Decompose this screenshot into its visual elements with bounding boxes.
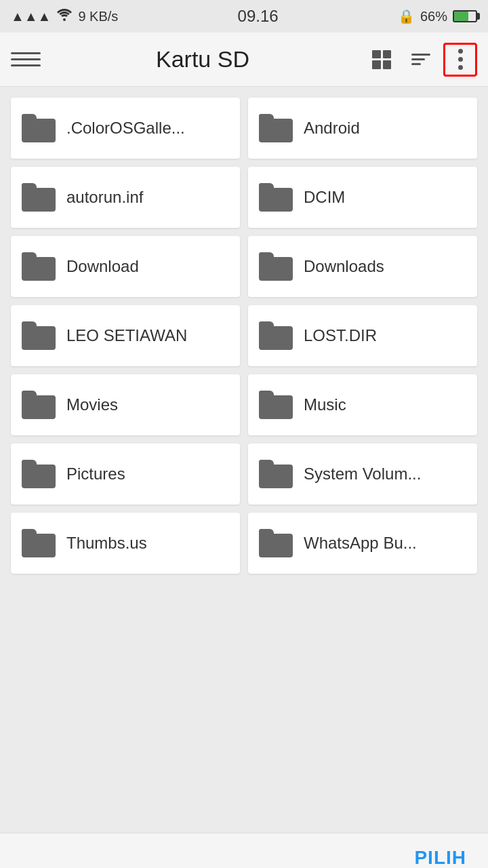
folder-icon	[22, 252, 56, 281]
folder-icon	[22, 529, 56, 557]
list-item[interactable]: .ColorOSGalle...	[11, 98, 240, 159]
sort-icon	[411, 54, 430, 65]
folder-icon	[22, 460, 56, 488]
svg-point-0	[63, 18, 66, 21]
status-bar-right: 🔒 66%	[398, 8, 477, 24]
file-name: Thumbs.us	[66, 534, 229, 553]
list-item[interactable]: Movies	[11, 374, 240, 435]
status-bar: ▲▲▲ 9 KB/s 09.16 🔒 66%	[0, 0, 488, 33]
file-name: LEO SETIAWAN	[66, 326, 229, 345]
folder-icon	[22, 114, 56, 142]
sort-button[interactable]	[404, 43, 438, 77]
folder-icon	[259, 183, 293, 212]
list-item[interactable]: Download	[11, 236, 240, 297]
folder-icon	[259, 114, 293, 142]
file-name: WhatsApp Bu...	[304, 534, 466, 553]
list-item[interactable]: LEO SETIAWAN	[11, 305, 240, 366]
list-item[interactable]: Android	[248, 98, 477, 159]
more-options-button[interactable]	[443, 43, 477, 77]
battery-pct: 66%	[420, 9, 447, 24]
signal-icon: ▲▲▲	[11, 9, 51, 24]
folder-icon	[259, 321, 293, 350]
file-name: Pictures	[66, 465, 229, 484]
page-title: Kartu SD	[52, 46, 354, 73]
file-name: DCIM	[304, 188, 466, 207]
list-item[interactable]: System Volum...	[248, 443, 477, 505]
status-bar-time: 09.16	[238, 7, 279, 26]
folder-icon	[22, 391, 56, 419]
list-item[interactable]: WhatsApp Bu...	[248, 513, 477, 574]
file-name: System Volum...	[304, 465, 466, 484]
file-grid: .ColorOSGalle...Androidautorun.infDCIMDo…	[11, 98, 477, 574]
toolbar: Kartu SD	[0, 33, 488, 87]
file-name: .ColorOSGalle...	[66, 119, 229, 138]
file-name: Android	[304, 119, 466, 138]
folder-icon	[259, 529, 293, 557]
file-name: Downloads	[304, 257, 466, 276]
bottom-bar: PILIH	[0, 833, 488, 868]
list-item[interactable]: DCIM	[248, 167, 477, 228]
lock-icon: 🔒	[398, 8, 415, 24]
grid-view-button[interactable]	[365, 43, 399, 77]
folder-icon	[22, 321, 56, 350]
pilih-button[interactable]: PILIH	[414, 847, 466, 869]
folder-icon	[22, 183, 56, 212]
menu-icon[interactable]	[11, 45, 41, 75]
data-speed: 9 KB/s	[78, 9, 118, 24]
file-name: Music	[304, 395, 466, 414]
list-item[interactable]: Downloads	[248, 236, 477, 297]
list-item[interactable]: Music	[248, 374, 477, 435]
status-bar-left: ▲▲▲ 9 KB/s	[11, 8, 118, 25]
list-item[interactable]: autorun.inf	[11, 167, 240, 228]
list-item[interactable]: Pictures	[11, 443, 240, 505]
list-item[interactable]: LOST.DIR	[248, 305, 477, 366]
grid-icon	[372, 50, 391, 69]
folder-icon	[259, 252, 293, 281]
toolbar-actions	[365, 43, 477, 77]
wifi-icon	[56, 8, 73, 25]
list-item[interactable]: Thumbs.us	[11, 513, 240, 574]
file-name: Download	[66, 257, 229, 276]
main-content: .ColorOSGalle...Androidautorun.infDCIMDo…	[0, 87, 488, 833]
battery-icon	[453, 10, 477, 22]
folder-icon	[259, 460, 293, 488]
more-vertical-icon	[458, 49, 463, 70]
file-name: LOST.DIR	[304, 326, 466, 345]
file-name: autorun.inf	[66, 188, 229, 207]
file-name: Movies	[66, 395, 229, 414]
folder-icon	[259, 391, 293, 419]
